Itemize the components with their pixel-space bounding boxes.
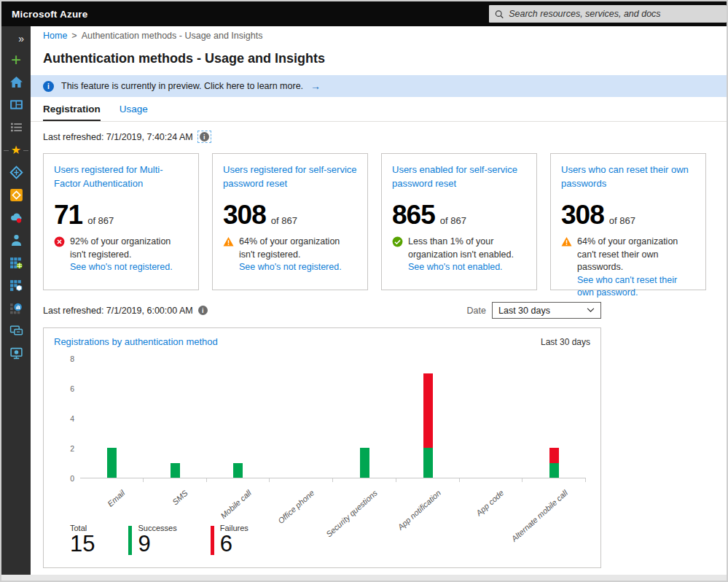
plot-area: 02468	[80, 359, 586, 478]
sidebar-item-aad-connect[interactable]	[1, 184, 31, 206]
warning-icon	[561, 236, 572, 247]
refresh-row-1: Last refreshed: 7/1/2019, 7:40:24 AM i	[43, 131, 706, 143]
bar-chart: 02468 EmailSMSMobile callOffice phoneSec…	[54, 359, 590, 522]
list-icon	[9, 120, 23, 134]
bar-security-questions	[333, 359, 396, 478]
plus-icon: +	[9, 53, 23, 66]
x-axis-label: Email	[106, 489, 126, 508]
refresh-row-2: Last refreshed: 7/1/2019, 6:00:00 AM i D…	[43, 302, 601, 319]
sidebar-item-cloud-app-security[interactable]	[1, 206, 31, 229]
chart-panel: Registrations by authentication method L…	[43, 327, 601, 568]
sidebar-item-create-resource[interactable]: +	[1, 48, 31, 71]
card-link[interactable]: See who's not registered.	[239, 262, 342, 272]
x-category: Email	[80, 478, 144, 522]
card-value: 865	[392, 201, 435, 228]
last-refreshed-2: Last refreshed: 7/1/2019, 6:00:00 AM	[43, 306, 193, 316]
sidebar-item-home[interactable]	[1, 71, 31, 93]
breadcrumb-home-link[interactable]: Home	[43, 31, 67, 41]
bar-app-code	[460, 359, 523, 478]
failures-segment	[549, 448, 559, 463]
breadcrumb: Home > Authentication methods - Usage an…	[31, 26, 727, 45]
failures-segment	[423, 373, 433, 449]
info-icon: i	[43, 81, 54, 92]
x-axis-label: Office phone	[276, 489, 316, 526]
card-title: Users registered for Multi-Factor Authen…	[54, 163, 188, 193]
bar-alternate-mobile-call	[522, 359, 586, 478]
successes-segment	[233, 463, 243, 478]
card-link[interactable]: See who's not enabled.	[408, 262, 503, 272]
x-axis-labels: EmailSMSMobile callOffice phoneSecurity …	[80, 478, 586, 522]
sidebar-item-all-services[interactable]	[1, 116, 31, 139]
sidebar-expand-button[interactable]: »	[1, 29, 31, 48]
monitors-icon	[9, 324, 23, 338]
y-tick-6: 6	[60, 384, 74, 393]
grid-cube-icon	[9, 279, 23, 292]
arrow-right-icon: →	[310, 80, 321, 92]
chevron-double-right-icon: »	[18, 33, 24, 44]
legend-value: 15	[70, 532, 95, 556]
brand-title: Microsoft Azure	[12, 9, 88, 20]
info-icon[interactable]: i	[198, 306, 208, 315]
x-axis-label: Mobile call	[219, 489, 253, 521]
sidebar-item-app-registrations[interactable]	[1, 274, 31, 297]
card-value: 71	[54, 201, 82, 228]
sidebar-item-dashboard[interactable]	[1, 93, 31, 116]
card-title: Users registered for self-service passwo…	[223, 163, 357, 193]
chart-range-label: Last 30 days	[541, 337, 590, 347]
x-category: SMS	[144, 478, 207, 522]
sidebar-item-usage-insights[interactable]	[1, 297, 31, 319]
summary-card-2: Users registered for self-service passwo…	[212, 153, 368, 290]
card-value-row: 308of 867	[223, 201, 357, 228]
bar-app-notification	[396, 359, 460, 478]
date-range-dropdown[interactable]: Last 30 days	[492, 302, 601, 319]
bottom-edge	[1, 575, 727, 581]
main-panel: Last refreshed: 7/1/2019, 7:40:24 AM i U…	[31, 122, 727, 575]
grid-globe-icon	[9, 256, 23, 270]
sidebar-item-security[interactable]	[1, 342, 31, 365]
card-title: Users who can reset their own passwords	[561, 163, 695, 193]
breadcrumb-separator: >	[71, 31, 77, 41]
successes-segment	[360, 448, 369, 478]
global-search[interactable]	[489, 5, 727, 23]
tab-registration[interactable]: Registration	[43, 104, 101, 121]
azure-portal-window: Microsoft Azure » +★ Home > Authenticati…	[0, 0, 728, 582]
x-category: App notification	[396, 478, 460, 522]
card-message: 64% of your organization isn't registere…	[239, 236, 357, 274]
top-bar: Microsoft Azure	[1, 1, 727, 26]
card-link[interactable]: See who's not registered.	[70, 262, 173, 272]
preview-banner-link[interactable]: This feature is currently in preview. Cl…	[61, 81, 303, 91]
successes-segment	[423, 448, 433, 478]
chart-title-link[interactable]: Registrations by authentication method	[54, 336, 218, 347]
sidebar-item-azure-active-directory[interactable]	[1, 161, 31, 184]
chart-panel-header: Registrations by authentication method L…	[54, 336, 590, 347]
info-icon[interactable]: i	[200, 132, 209, 141]
home-icon	[9, 75, 23, 89]
orange-tile-icon	[9, 188, 23, 202]
card-message: 64% of your organization can't reset the…	[577, 236, 695, 300]
card-denominator: of 867	[440, 215, 466, 226]
card-value-row: 308of 867	[561, 201, 695, 228]
tab-usage[interactable]: Usage	[120, 104, 148, 121]
summary-cards: Users registered for Multi-Factor Authen…	[43, 153, 706, 290]
legend-failures: Failures6	[211, 524, 248, 556]
user-icon	[9, 233, 23, 247]
chart-legend: Total15Successes9Failures6	[54, 522, 590, 556]
sidebar-item-enterprise-applications[interactable]	[1, 252, 31, 274]
card-message: 92% of your organization isn't registere…	[70, 236, 188, 274]
card-message: Less than 1% of your organization isn't …	[408, 236, 526, 274]
sidebar-item-devices[interactable]	[1, 319, 31, 342]
search-input[interactable]	[509, 9, 721, 19]
sidebar-item-favorites[interactable]: ★	[1, 139, 31, 161]
cloud-badge-icon	[9, 211, 23, 225]
bar-mobile-call	[207, 359, 270, 478]
left-sidebar: » +★	[1, 26, 31, 575]
card-link[interactable]: See who can't reset their own password.	[577, 275, 677, 298]
card-denominator: of 867	[271, 215, 297, 226]
star-icon: ★	[9, 143, 23, 157]
card-status: 64% of your organization can't reset the…	[561, 236, 695, 300]
breadcrumb-current: Authentication methods - Usage and Insig…	[82, 31, 263, 41]
card-denominator: of 867	[87, 215, 114, 226]
bar-office-phone	[270, 359, 333, 478]
sidebar-item-users[interactable]	[1, 229, 31, 252]
preview-banner: i This feature is currently in preview. …	[31, 75, 727, 97]
